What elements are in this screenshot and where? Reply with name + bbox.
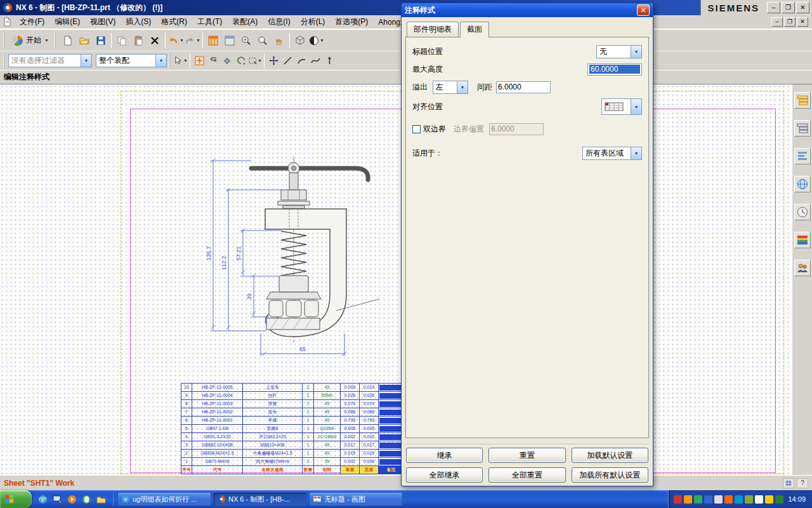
dialog-close-button[interactable]: ✕ [637,4,650,16]
double-border-checkbox[interactable] [412,125,421,133]
chevron-down-icon[interactable]: ▼ [81,55,91,67]
tray-icon[interactable] [694,495,702,504]
tray-icon[interactable] [755,495,763,504]
save-button[interactable] [93,32,109,49]
close-button[interactable]: ✕ [796,2,809,13]
dialog-button[interactable]: 加载所有默认设置 [572,467,648,483]
point-constructor-button[interactable] [220,54,234,68]
back-button[interactable] [206,54,220,68]
apply-to-dropdown[interactable]: 所有表区域 ▼ [582,147,642,160]
tray-icon[interactable] [704,495,712,504]
rotate-view-button[interactable] [234,54,248,68]
start-button[interactable] [0,490,32,508]
tray-icon[interactable] [724,495,733,504]
clamp-drawing[interactable]: 135.7 112.2 57.21 39 65 [170,152,379,371]
move-object-button[interactable] [266,54,280,68]
selection-filter-dropdown[interactable]: 没有选择过滤器 ▼ [8,54,92,67]
ie-quicklaunch-button[interactable]: e [37,493,48,505]
open-file-button[interactable] [76,32,93,49]
copy-button[interactable] [114,32,130,49]
show-desktop-button[interactable] [51,493,63,505]
palettes-button[interactable] [794,232,811,248]
restore-button[interactable]: ❐ [782,2,795,13]
vertical-tool-button[interactable] [322,54,336,68]
toolbar-grip[interactable] [55,33,58,48]
task-button-paint[interactable]: 无标题 - 画图 [309,492,403,506]
menu-item[interactable]: 编辑(E) [49,15,85,29]
child-minimize-button[interactable]: – [771,17,783,27]
pan-button[interactable] [271,32,287,49]
child-close-button[interactable]: ✕ [797,17,808,27]
chevron-down-icon[interactable]: ▼ [631,147,641,159]
selection-scope-dropdown[interactable]: 整个装配 ▼ [96,54,167,67]
menu-item[interactable]: 信息(I) [263,15,295,29]
redo-button[interactable]: ▼ [184,32,200,49]
parts-list-table[interactable]: 10 HB-ZP-11-0005 上压头 2 45 0.009 0.019 9 … [181,383,404,474]
tab-section[interactable]: 截面 [460,22,489,37]
dialog-title-bar[interactable]: 注释样式 ✕ [402,3,653,17]
toolbar-grip[interactable] [3,33,6,48]
assembly-navigator-button[interactable] [794,92,811,109]
help-icon[interactable]: ? [797,478,808,488]
operation-navigator-button[interactable] [794,148,811,164]
tray-icon[interactable] [714,495,723,504]
roles-button[interactable] [794,260,811,276]
chevron-down-icon[interactable]: ▼ [155,55,166,67]
delete-button[interactable] [147,32,163,49]
display-part-button[interactable] [205,32,221,49]
minimize-button[interactable]: – [767,2,780,13]
dialog-button[interactable]: 加载默认设置 [572,448,648,463]
media-player-button[interactable] [66,493,77,505]
menu-item[interactable]: 插入(S) [121,15,156,29]
title-position-dropdown[interactable]: 无 ▼ [596,45,642,58]
zoom-button[interactable] [254,32,271,49]
task-button-browser[interactable]: e ug明细表如何折行 ... [117,492,211,506]
max-height-input[interactable]: 60.0000 [587,64,642,76]
menu-item[interactable]: 文件(F) [15,15,49,29]
chevron-down-icon[interactable]: ▼ [631,99,641,114]
part-navigator-button[interactable] [794,120,811,137]
taskbar-clock[interactable]: 14:09 [788,495,806,503]
window-button[interactable] [221,32,238,49]
task-button-nx[interactable]: NX 6 - 制图 - [HB-... [213,492,307,506]
undo-button[interactable]: ▼ [167,32,184,49]
menu-item[interactable]: 格式(R) [156,15,192,29]
tray-icon[interactable] [765,495,773,504]
dialog-button[interactable]: 全部重置 [488,467,565,483]
menu-item[interactable]: 视图(V) [85,15,121,29]
toolbar-grip[interactable] [169,53,172,69]
dialog-button[interactable]: 全部继承 [406,467,483,483]
drawing-canvas[interactable]: 135.7 112.2 57.21 39 65 10 HB-ZP-11-0005… [0,84,792,475]
tray-icon[interactable] [735,495,743,504]
zoom-in-button[interactable] [238,32,254,49]
toolbar-grip[interactable] [3,53,6,69]
menu-item[interactable]: 首选项(P) [330,15,373,29]
tray-icon[interactable] [684,495,692,504]
line-tool-button[interactable] [280,54,294,68]
messenger-button[interactable] [81,493,92,505]
view-orient-button[interactable] [292,32,308,49]
history-button[interactable] [794,204,811,220]
menu-item[interactable]: 分析(L) [296,15,331,29]
chevron-down-icon[interactable]: ▼ [457,81,468,93]
spline-tool-button[interactable] [308,54,322,68]
align-position-dropdown[interactable]: ▼ [601,98,642,115]
folder-quicklaunch-button[interactable] [95,493,107,505]
menu-item[interactable]: 工具(T) [192,15,227,29]
tray-icon[interactable] [775,495,783,504]
new-file-button[interactable] [60,32,76,49]
spacing-input[interactable]: 6.0000 [496,81,551,93]
chevron-down-icon[interactable]: ▼ [631,46,641,58]
snap-point-button[interactable] [192,54,206,68]
arc-tool-button[interactable] [294,54,308,68]
grid-icon[interactable] [783,478,794,488]
paste-button[interactable] [130,32,147,49]
web-browser-button[interactable] [794,176,811,192]
menu-item[interactable]: 装配(A) [227,15,263,29]
dialog-button[interactable]: 重置 [488,448,565,463]
general-selection-button[interactable]: ▼ [174,54,188,68]
child-restore-button[interactable]: ❐ [784,17,796,27]
start-menu-button[interactable]: 开始 ▼ [8,32,53,49]
dialog-button[interactable]: 继承 [406,448,483,463]
tray-icon[interactable] [674,495,682,504]
